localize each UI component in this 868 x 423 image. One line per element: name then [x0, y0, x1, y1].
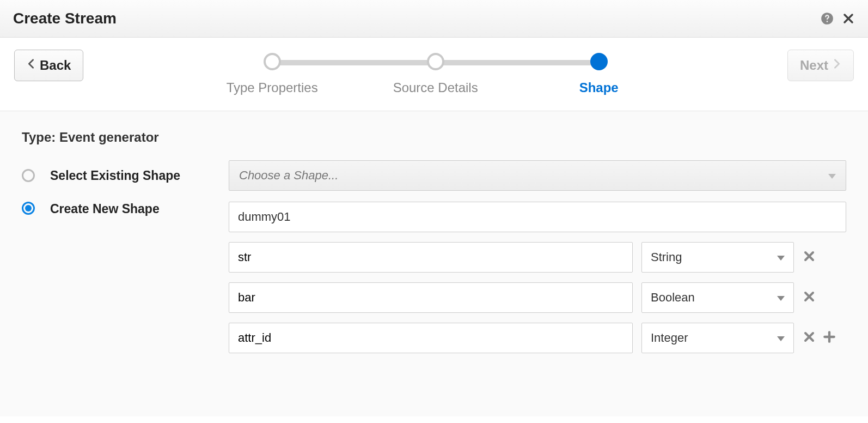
option-row-existing: Select Existing Shape Choose a Shape...	[22, 160, 846, 191]
attribute-name-input[interactable]	[229, 282, 633, 313]
attribute-type-select[interactable]: Integer	[641, 323, 794, 353]
svg-marker-4	[828, 174, 836, 179]
next-button[interactable]: Next	[787, 50, 854, 81]
back-button[interactable]: Back	[14, 50, 83, 81]
step-circle	[427, 53, 444, 70]
attribute-type-value: String	[651, 250, 682, 264]
attribute-name-input[interactable]	[229, 323, 633, 353]
attribute-row: Boolean	[229, 282, 846, 313]
step-circle	[264, 53, 281, 70]
attribute-row-actions	[803, 290, 846, 305]
step-label: Source Details	[393, 80, 478, 95]
step-label: Shape	[579, 80, 619, 95]
attribute-row: String	[229, 242, 846, 273]
existing-shape-placeholder: Choose a Shape...	[239, 168, 338, 183]
existing-shape-select[interactable]: Choose a Shape...	[229, 160, 846, 191]
attribute-type-value: Boolean	[651, 291, 695, 305]
option-row-new: Create New Shape StringBooleanInteger	[22, 202, 846, 353]
header-actions	[820, 11, 855, 26]
step-label: Type Properties	[227, 80, 318, 95]
radio-create-new[interactable]	[22, 202, 35, 215]
help-icon[interactable]	[820, 11, 834, 26]
option-label-existing: Select Existing Shape	[50, 168, 213, 183]
attribute-row-actions	[803, 250, 846, 265]
type-value: Event generator	[59, 130, 159, 144]
attribute-type-select[interactable]: String	[641, 242, 794, 273]
stepper: Type PropertiesSource DetailsShape	[83, 53, 787, 95]
remove-attribute-icon[interactable]	[803, 330, 816, 346]
attribute-type-select[interactable]: Boolean	[641, 282, 794, 313]
step-connector	[272, 60, 436, 65]
attribute-name-input[interactable]	[229, 242, 633, 273]
attribute-row-actions	[803, 330, 846, 346]
chevron-right-icon	[833, 58, 841, 73]
step-source-details[interactable]: Source Details	[354, 53, 517, 95]
chevron-down-icon	[828, 168, 836, 183]
back-button-label: Back	[40, 58, 71, 73]
attribute-type-value: Integer	[651, 331, 688, 345]
chevron-left-icon	[27, 58, 35, 73]
page-title: Create Stream	[13, 10, 117, 27]
add-attribute-icon[interactable]	[822, 330, 836, 346]
svg-marker-11	[777, 336, 785, 341]
step-shape[interactable]: Shape	[517, 53, 681, 95]
svg-marker-8	[777, 296, 785, 301]
remove-attribute-icon[interactable]	[803, 250, 816, 265]
option-label-new: Create New Shape	[50, 202, 213, 216]
type-summary: Type: Event generator	[22, 130, 846, 145]
wizard-nav: Back Type PropertiesSource DetailsShape …	[0, 38, 868, 111]
remove-attribute-icon[interactable]	[803, 290, 816, 305]
wizard-content: Type: Event generator Select Existing Sh…	[0, 111, 868, 416]
svg-marker-5	[777, 256, 785, 261]
svg-point-1	[827, 21, 828, 22]
step-connector	[436, 60, 599, 65]
type-label: Type:	[22, 130, 56, 144]
attribute-row: Integer	[229, 323, 846, 353]
chevron-down-icon	[777, 331, 785, 345]
radio-select-existing[interactable]	[22, 169, 35, 182]
close-icon[interactable]	[842, 12, 855, 25]
dialog-header: Create Stream	[0, 0, 868, 38]
chevron-down-icon	[777, 291, 785, 305]
new-shape-name-input[interactable]	[229, 202, 846, 232]
step-circle	[590, 53, 608, 70]
next-button-label: Next	[800, 58, 828, 73]
step-type-properties[interactable]: Type Properties	[191, 53, 354, 95]
chevron-down-icon	[777, 250, 785, 264]
